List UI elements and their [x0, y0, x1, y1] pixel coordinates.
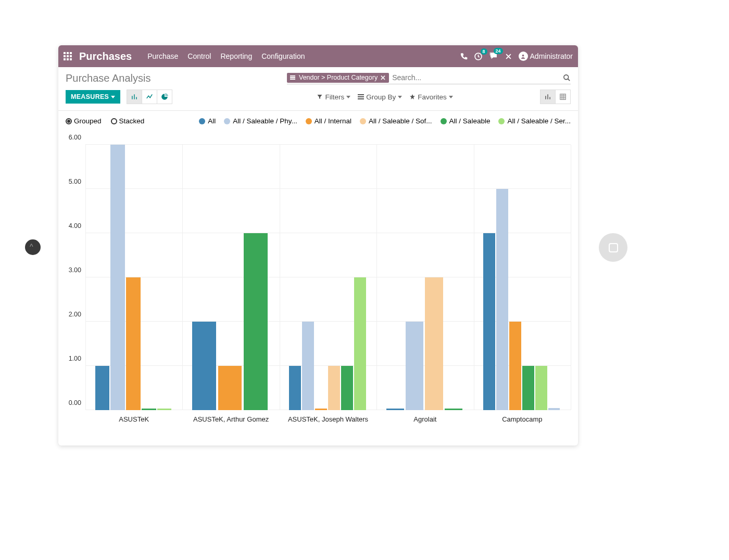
filter-controls: Filters Group By Favorites — [259, 93, 453, 101]
chart-bar[interactable] — [406, 322, 423, 410]
menu-configuration[interactable]: Configuration — [261, 52, 305, 60]
pie-chart-button[interactable] — [157, 90, 172, 104]
chart-bar[interactable] — [341, 366, 353, 410]
device-back-button[interactable] — [25, 239, 41, 255]
category-label: Camptocamp — [502, 410, 542, 423]
legend-swatch — [199, 118, 205, 124]
legend-item[interactable]: All / Saleable — [441, 117, 491, 125]
search-bar: Vendor > Product Category ✕ — [287, 72, 571, 84]
chart-bar[interactable] — [548, 408, 560, 410]
svg-rect-3 — [560, 94, 566, 100]
activity-icon[interactable]: 8 — [474, 52, 483, 61]
search-facet[interactable]: Vendor > Product Category ✕ — [287, 73, 389, 83]
legend-item[interactable]: All / Saleable / Phy... — [224, 117, 297, 125]
chart-bar[interactable] — [328, 366, 340, 410]
chart-bar[interactable] — [425, 277, 443, 410]
mode-grouped[interactable]: Grouped — [66, 117, 102, 125]
svg-point-2 — [564, 74, 569, 79]
chart-bar[interactable] — [445, 409, 462, 410]
chart-bar[interactable] — [509, 322, 521, 410]
category-divider — [85, 145, 86, 410]
legend-label: All / Saleable / Sof... — [369, 117, 432, 125]
app-title: Purchases — [79, 50, 132, 62]
filters-label: Filters — [325, 93, 344, 101]
phone-icon[interactable] — [460, 53, 468, 60]
chart-bar[interactable] — [496, 189, 508, 410]
y-tick-label: 3.00 — [61, 266, 85, 274]
legend-label: All / Saleable / Ser... — [507, 117, 571, 125]
activity-badge: 8 — [481, 48, 487, 55]
search-icon[interactable] — [563, 74, 571, 82]
favorites-button[interactable]: Favorites — [409, 93, 453, 101]
view-mode-buttons — [540, 90, 571, 104]
legend-item[interactable]: All / Saleable / Sof... — [360, 117, 432, 125]
chart-bar[interactable] — [483, 233, 495, 410]
chart-bar[interactable] — [157, 409, 171, 410]
y-tick-label: 6.00 — [61, 134, 85, 141]
chart-plot: 0.001.002.003.004.005.006.00ASUSTeKASUST… — [85, 145, 571, 410]
radio-checked-icon — [66, 118, 72, 124]
group-by-button[interactable]: Group By — [358, 93, 402, 101]
legend-label: All / Saleable / Phy... — [233, 117, 297, 125]
line-chart-button[interactable] — [142, 90, 157, 104]
mode-stacked-label: Stacked — [119, 117, 145, 125]
chart-bar[interactable] — [110, 145, 124, 410]
chart-type-buttons — [127, 90, 172, 104]
measures-button[interactable]: MEASURES — [66, 90, 120, 104]
caret-down-icon — [398, 96, 402, 98]
radio-unchecked-icon — [111, 118, 117, 124]
list-icon — [358, 94, 364, 99]
y-tick-label: 5.00 — [61, 178, 85, 185]
group-by-label: Group By — [366, 93, 396, 101]
mode-stacked[interactable]: Stacked — [111, 117, 145, 125]
chart-bar[interactable] — [354, 277, 366, 410]
menu-control[interactable]: Control — [187, 52, 211, 60]
chart-bar[interactable] — [302, 322, 314, 410]
chart-area: 0.001.002.003.004.005.006.00ASUSTeKASUST… — [58, 129, 578, 434]
menu-purchase[interactable]: Purchase — [147, 52, 178, 60]
messages-icon[interactable]: 24 — [489, 52, 498, 61]
chart-bar[interactable] — [315, 409, 327, 410]
chart-bar[interactable] — [244, 233, 268, 410]
topbar: Purchases Purchase Control Reporting Con… — [58, 45, 578, 67]
y-tick-label: 4.00 — [61, 222, 85, 230]
caret-down-icon — [449, 96, 453, 98]
user-menu[interactable]: Administrator — [519, 52, 573, 61]
series-legend: AllAll / Saleable / Phy...All / Internal… — [199, 117, 571, 125]
app-window: Purchases Purchase Control Reporting Con… — [58, 45, 578, 446]
chart-bar[interactable] — [126, 277, 140, 410]
chart-bar[interactable] — [289, 366, 301, 410]
legend-item[interactable]: All — [199, 117, 216, 125]
caret-down-icon — [111, 96, 115, 98]
legend-item[interactable]: All / Internal — [306, 117, 351, 125]
search-facet-label: Vendor > Product Category — [299, 74, 378, 81]
chart-bar[interactable] — [142, 409, 156, 410]
pivot-view-button[interactable] — [555, 90, 571, 104]
graph-view-button[interactable] — [540, 90, 556, 104]
chart-bar[interactable] — [535, 366, 547, 410]
apps-icon[interactable] — [64, 52, 74, 60]
caret-down-icon — [346, 96, 350, 98]
chart-bar[interactable] — [386, 409, 404, 410]
legend-item[interactable]: All / Saleable / Ser... — [498, 117, 571, 125]
chart-bar[interactable] — [522, 366, 534, 410]
search-input[interactable] — [389, 72, 563, 83]
filters-button[interactable]: Filters — [317, 93, 350, 101]
y-tick-label: 0.00 — [61, 399, 85, 406]
chart-bar[interactable] — [218, 366, 242, 410]
tools-icon[interactable] — [505, 53, 512, 60]
legend-swatch — [224, 118, 230, 124]
bar-chart-button[interactable] — [127, 90, 142, 104]
page-title: Purchase Analysis — [66, 72, 150, 84]
category-divider — [571, 145, 571, 410]
device-home-button[interactable] — [599, 233, 627, 262]
category-label: ASUSTeK — [119, 410, 149, 423]
mode-grouped-label: Grouped — [74, 117, 102, 125]
chart-bar[interactable] — [95, 366, 109, 410]
avatar-icon — [519, 52, 528, 61]
remove-facet-icon[interactable]: ✕ — [380, 74, 386, 82]
measures-label: MEASURES — [71, 93, 109, 100]
user-name: Administrator — [530, 52, 573, 60]
chart-bar[interactable] — [192, 322, 216, 410]
menu-reporting[interactable]: Reporting — [220, 52, 252, 60]
